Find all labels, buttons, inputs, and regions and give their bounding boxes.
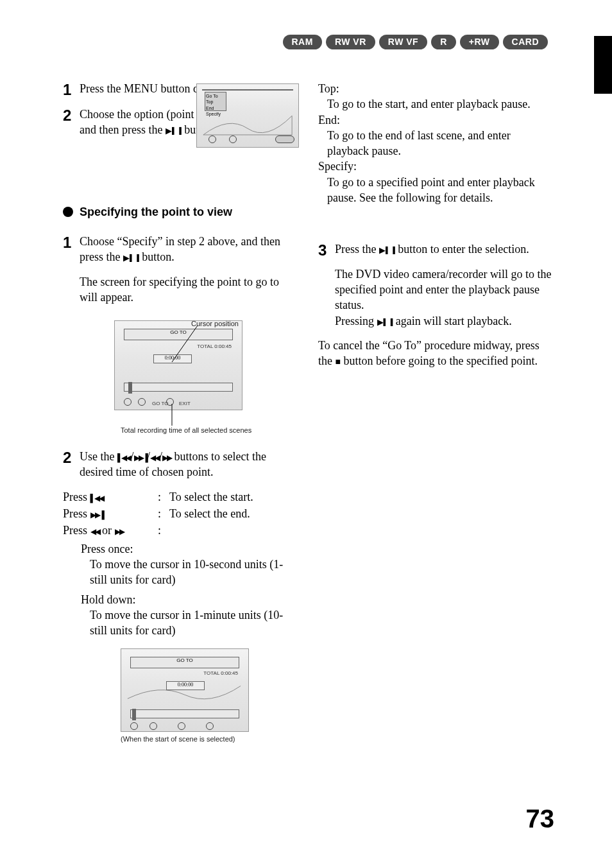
bullet-icon [63,207,73,217]
spec-step3-text: Press the button to enter the selection.… [335,241,554,328]
hold-down-label: Hold down: [81,592,299,607]
side-tab [594,36,612,94]
fig-bottom-caption: (When the start of scene is selected) [121,734,357,744]
spec-step-number-2: 2 [63,449,80,480]
play-icon [377,313,384,329]
play-icon [379,241,386,257]
badge-plusrw: +RW [460,35,499,49]
figure-menu-thumbnail: Go To Top End Specify [196,83,299,148]
skip-back-icon [117,449,131,464]
rewind-icon [90,523,99,538]
press-once-label: Press once: [81,541,299,557]
pause-icon [130,249,139,265]
rewind-icon [150,449,159,464]
format-badges: RAM RW VR RW VF R +RW CARD [283,35,548,49]
pause-icon [386,241,395,257]
fig-dial-icon [229,135,237,143]
step-number-1: 1 [63,81,80,98]
callout-lines [63,320,299,449]
cancel-note: To cancel the “Go To” procedure midway, … [318,338,554,369]
skip-forward-icon [90,506,104,521]
badge-card: CARD [503,35,548,49]
skip-forward-icon [134,449,148,464]
step-number-2: 2 [63,107,80,138]
play-icon [123,249,130,265]
right-column: Top: To go to the start, and enter playb… [318,81,554,369]
badge-ram: RAM [283,35,322,49]
fig-time-box: 0:00:00 [166,681,205,690]
badge-rwvr: RW VR [326,35,375,49]
play-icon [166,122,172,137]
figure-hill-art [121,649,248,732]
svg-line-0 [172,326,198,362]
stop-icon [336,353,341,369]
spec-step2-text: Use the /// buttons to select the desire… [80,449,299,480]
fig-dial-icon [208,135,216,143]
badge-rwvf: RW VF [379,35,427,49]
fast-forward-icon [115,523,124,538]
options-definitions: Top: To go to the start, and enter playb… [318,81,554,205]
spec-step1-text: Choose “Specify” in step 2 above, and th… [80,234,299,305]
pause-icon [384,313,393,329]
content-columns: Go To Top End Specify 1 Press the MENU b… [63,81,554,369]
pause-icon [172,122,182,137]
spec-step-number-1: 1 [63,234,80,305]
press-once-desc: To move the cursor in 10-second units (1… [90,557,299,588]
badge-r: R [431,35,456,49]
fig-progress-bar [130,709,239,718]
figure-goto-start-selected: GO TO TOTAL 0:00:45 0:00:00 [121,648,249,732]
fast-forward-icon [162,449,171,464]
section-heading-specify-point: Specifying the point to view [63,204,232,220]
page-number: 73 [526,801,555,836]
left-column: Go To Top End Specify 1 Press the MENU b… [63,81,299,369]
hold-down-desc: To move the cursor in 1-minute units (10… [90,607,299,639]
spec-step-number-3: 3 [318,241,335,328]
fig-badge-icon [275,135,294,143]
press-instructions: Press : To select the start. Press : To … [63,489,299,539]
skip-back-icon [90,489,104,505]
